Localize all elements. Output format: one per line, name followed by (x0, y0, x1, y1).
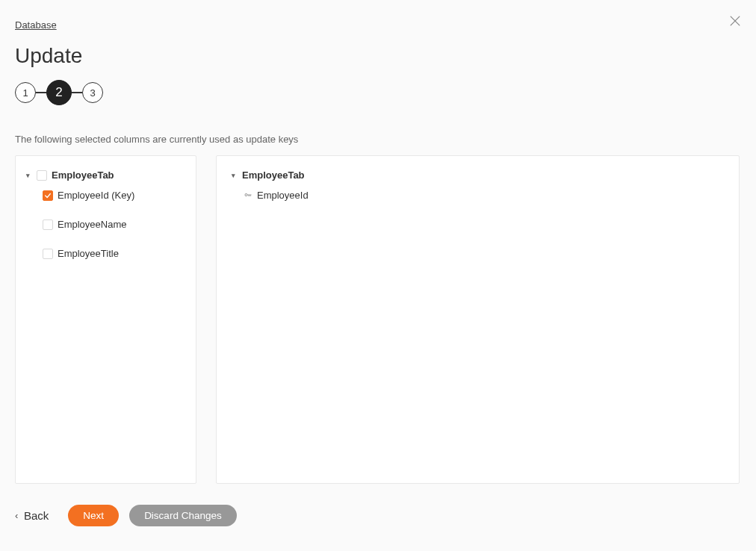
step-description: The following selected columns are curre… (15, 134, 741, 145)
step-connector (36, 92, 46, 93)
column-row[interactable]: EmployeeTitle (20, 243, 191, 264)
chevron-down-icon[interactable] (229, 171, 238, 180)
page-title: Update (15, 44, 741, 68)
step-3[interactable]: 3 (82, 82, 103, 103)
column-row[interactable]: EmployeeName (20, 214, 191, 234)
key-icon (244, 191, 252, 200)
columns-panel: EmployeeTab EmployeeId (Key) EmployeeNam… (15, 155, 196, 484)
table-row[interactable]: EmployeeTab (20, 165, 191, 185)
stepper: 1 2 3 (15, 80, 741, 105)
table-row[interactable]: EmployeeTab (221, 165, 734, 185)
breadcrumb-database[interactable]: Database (15, 19, 57, 31)
key-row[interactable]: EmployeeId (221, 185, 734, 205)
discard-button[interactable]: Discard Changes (129, 505, 237, 526)
keys-panel: EmployeeTab EmployeeId (216, 155, 740, 484)
key-label: EmployeeId (257, 190, 309, 201)
column-row[interactable]: EmployeeId (Key) (20, 185, 191, 205)
table-label: EmployeeTab (242, 169, 305, 181)
chevron-left-icon (15, 513, 21, 519)
checkbox-table[interactable] (37, 170, 47, 181)
table-label: EmployeeTab (52, 169, 114, 181)
checkbox-employeetitle[interactable] (43, 249, 53, 259)
next-button[interactable]: Next (68, 505, 119, 526)
step-connector (72, 92, 82, 93)
checkbox-employeename[interactable] (43, 220, 53, 230)
checkbox-employeeid[interactable] (43, 190, 53, 201)
back-label: Back (24, 509, 49, 522)
step-1[interactable]: 1 (15, 82, 36, 103)
back-button[interactable]: Back (15, 509, 49, 522)
close-icon[interactable] (728, 13, 743, 28)
chevron-down-icon[interactable] (23, 171, 32, 180)
column-label: EmployeeId (Key) (58, 190, 134, 201)
column-label: EmployeeTitle (58, 248, 119, 259)
step-2[interactable]: 2 (46, 80, 72, 105)
column-label: EmployeeName (58, 219, 127, 230)
